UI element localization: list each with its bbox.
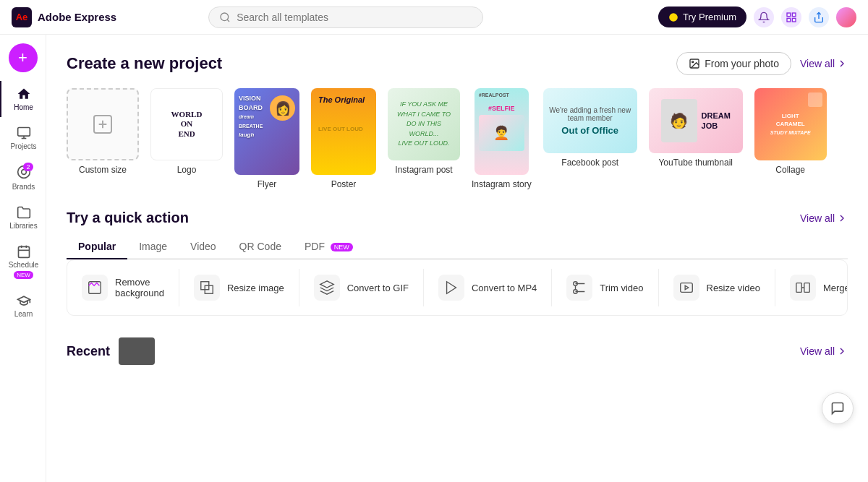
- template-logo-label: Logo: [177, 165, 197, 175]
- add-button[interactable]: +: [9, 43, 38, 72]
- yt-thumb: 🧑 DREAMJOB: [649, 88, 743, 153]
- home-icon: [17, 87, 31, 101]
- recent-title: Recent: [67, 344, 110, 359]
- qa-convert-mp4[interactable]: Convert to MP4: [424, 269, 552, 306]
- quick-actions-view-all[interactable]: View all: [800, 212, 848, 224]
- tab-video[interactable]: Video: [179, 235, 228, 259]
- flyer-thumb: VISIONBOARDdreamBREATHElaugh 👩: [234, 88, 299, 175]
- qa-remove-bg[interactable]: Remove background: [67, 269, 179, 306]
- qa-trim-video-label: Trim video: [600, 283, 643, 293]
- try-premium-button[interactable]: Try Premium: [658, 7, 746, 27]
- trim-video-icon: [566, 275, 592, 301]
- add-file-icon: [91, 113, 114, 136]
- template-facebook-post[interactable]: We're adding a fresh new team member Out…: [543, 88, 637, 189]
- chat-icon: [830, 401, 845, 416]
- create-title: Create a new project: [67, 54, 222, 73]
- sidebar-item-schedule[interactable]: Schedule NEW: [0, 238, 46, 285]
- sidebar-item-brands[interactable]: 2 Brands: [0, 159, 46, 197]
- template-instagram-post[interactable]: IF YOU ASK MEWHAT I CAME TODO IN THISWOR…: [388, 88, 460, 189]
- qa-trim-video[interactable]: Trim video: [552, 269, 658, 306]
- notifications-icon[interactable]: [754, 7, 774, 27]
- svg-point-0: [221, 13, 229, 21]
- remove-bg-icon: [82, 275, 108, 301]
- pdf-new-badge: NEW: [331, 243, 353, 251]
- template-custom-size[interactable]: Custom size: [67, 88, 139, 189]
- svg-rect-4: [792, 13, 796, 17]
- template-poster-label: Poster: [331, 179, 357, 189]
- collage-thumb: LIGHTCARAMELSTUDY MIXTAPE: [754, 88, 827, 160]
- qa-resize-video[interactable]: Resize video: [659, 269, 775, 306]
- quick-actions-section: Try a quick action View all Popular Imag…: [67, 210, 848, 316]
- sidebar-item-learn[interactable]: Learn: [0, 288, 46, 324]
- template-youtube-thumbnail[interactable]: 🧑 DREAMJOB YouTube thumbnail: [649, 88, 743, 189]
- create-section-header: Create a new project From your photo Vie…: [67, 52, 848, 75]
- convert-gif-icon: [314, 275, 340, 301]
- schedule-icon: [17, 244, 31, 259]
- qa-resize-image-label: Resize image: [227, 283, 284, 293]
- tab-image[interactable]: Image: [127, 235, 179, 259]
- qa-convert-gif[interactable]: Convert to GIF: [299, 269, 424, 306]
- svg-rect-3: [787, 13, 791, 17]
- top-bar: Ae Adobe Express Try Premium: [0, 0, 868, 35]
- search-input[interactable]: [237, 12, 472, 23]
- svg-rect-8: [17, 128, 30, 137]
- search-bar[interactable]: [208, 7, 483, 28]
- sidebar-item-projects[interactable]: Projects: [0, 120, 46, 156]
- qa-remove-bg-label2: background: [115, 288, 164, 298]
- template-poster[interactable]: The Original LIVE OUT LOUD Poster: [311, 88, 376, 189]
- svg-line-1: [227, 20, 229, 22]
- share-icon[interactable]: [809, 7, 829, 27]
- svg-rect-33: [804, 283, 809, 293]
- logo[interactable]: Ae Adobe Express: [12, 7, 116, 27]
- template-instastory-label: Instagram story: [472, 179, 532, 189]
- libraries-icon: [17, 205, 31, 220]
- svg-rect-13: [18, 246, 29, 257]
- resize-image-icon: [194, 275, 220, 301]
- svg-marker-25: [447, 282, 456, 294]
- create-view-all-link[interactable]: View all: [800, 58, 848, 69]
- svg-rect-6: [792, 18, 796, 22]
- qa-remove-bg-label: Remove: [115, 277, 164, 288]
- template-collage-label: Collage: [775, 165, 805, 175]
- template-logo[interactable]: WORLDONEND Logo: [150, 88, 223, 189]
- template-collage[interactable]: LIGHTCARAMELSTUDY MIXTAPE Collage: [754, 88, 827, 189]
- projects-icon: [17, 126, 31, 140]
- avatar[interactable]: [836, 7, 856, 27]
- quick-actions-title: Try a quick action: [67, 210, 189, 226]
- app-name: Adobe Express: [38, 11, 116, 23]
- template-flyer[interactable]: VISIONBOARDdreamBREATHElaugh 👩 Flyer: [234, 88, 299, 189]
- svg-point-18: [692, 61, 694, 63]
- svg-rect-32: [796, 283, 801, 293]
- tab-pdf[interactable]: PDF NEW: [293, 235, 365, 259]
- main-content: Create a new project From your photo Vie…: [46, 35, 868, 482]
- recent-view-all[interactable]: View all: [800, 345, 848, 357]
- chat-button[interactable]: [822, 392, 854, 424]
- qa-convert-mp4-label: Convert to MP4: [472, 283, 537, 293]
- fb-thumb: We're adding a fresh new team member Out…: [543, 88, 637, 153]
- tab-popular[interactable]: Popular: [67, 235, 127, 259]
- apps-grid-icon[interactable]: [781, 7, 801, 27]
- sidebar-item-libraries[interactable]: Libraries: [0, 199, 46, 236]
- templates-grid: Custom size WORLDONEND Logo VISIONBOARDd…: [67, 88, 848, 189]
- quick-actions-list: Remove background Resize image: [67, 259, 848, 316]
- sidebar: + Home Projects 2 Brands Libraries: [0, 35, 46, 482]
- quick-actions-tabs: Popular Image Video QR Code PDF NEW: [67, 235, 848, 259]
- recent-thumbnail[interactable]: [119, 337, 155, 365]
- qa-resize-image[interactable]: Resize image: [179, 269, 299, 306]
- qa-convert-gif-label: Convert to GIF: [347, 283, 409, 293]
- sidebar-item-home[interactable]: Home: [0, 81, 46, 117]
- convert-mp4-icon: [438, 275, 464, 301]
- template-instapost-label: Instagram post: [395, 165, 452, 175]
- recent-section: Recent View all: [67, 330, 848, 365]
- merge-videos-icon: [790, 275, 816, 301]
- view-all-chevron: [836, 212, 848, 224]
- premium-icon: [668, 12, 678, 22]
- tab-qrcode[interactable]: QR Code: [228, 235, 293, 259]
- quick-actions-header: Try a quick action View all: [67, 210, 848, 226]
- logo-icon: Ae: [12, 7, 32, 27]
- from-photo-button[interactable]: From your photo: [676, 52, 791, 75]
- template-instagram-story[interactable]: #REALPOST #SELFIE 🧑‍🦱 Instagram story: [472, 88, 532, 189]
- svg-point-2: [669, 13, 678, 22]
- qa-merge-videos[interactable]: Merge videos: [775, 269, 848, 306]
- svg-rect-31: [680, 283, 692, 293]
